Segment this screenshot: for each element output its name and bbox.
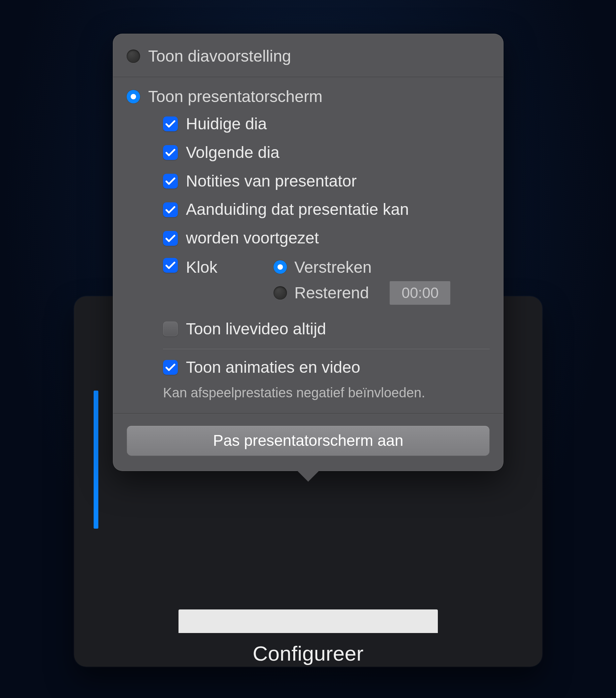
remaining-time-input[interactable]: 00:00 xyxy=(390,281,450,305)
checkbox-label: Aanduiding dat presentatie kan xyxy=(186,201,409,219)
configure-label: Configureer xyxy=(74,641,542,665)
checkbox-icon xyxy=(163,322,178,336)
checkbox-label: Huidige dia xyxy=(186,115,267,133)
checkbox-icon xyxy=(163,231,178,246)
checkbox-icon xyxy=(163,145,178,160)
radio-icon xyxy=(273,260,287,274)
radio-show-slideshow[interactable]: Toon diavoorstelling xyxy=(127,47,490,65)
radio-label: Resterend xyxy=(295,283,369,302)
checkbox-icon xyxy=(163,360,178,375)
checkbox-live-video[interactable]: Toon livevideo altijd xyxy=(163,320,490,338)
checkbox-label: Klok xyxy=(186,258,243,277)
display-config-popover: Toon diavoorstelling Toon presentatorsch… xyxy=(113,34,504,471)
selection-strip xyxy=(94,391,98,529)
checkbox-current-slide[interactable]: Huidige dia xyxy=(163,115,490,133)
checkbox-label: Notities van presentator xyxy=(186,172,357,190)
checkbox-next-slide[interactable]: Volgende dia xyxy=(163,144,490,162)
customize-presenter-display-button[interactable]: Pas presentatorscherm aan xyxy=(127,425,490,456)
animations-hint: Kan afspeelprestaties negatief beïnvloed… xyxy=(163,385,490,400)
radio-show-presenter-display[interactable]: Toon presentatorscherm xyxy=(127,87,490,106)
checkbox-clock[interactable] xyxy=(163,258,178,273)
radio-label: Toon diavoorstelling xyxy=(148,47,291,65)
checkbox-show-animations[interactable]: Toon animaties en video xyxy=(163,359,490,376)
checkbox-icon xyxy=(163,174,178,189)
checkbox-label: worden voortgezet xyxy=(186,229,319,247)
radio-label: Verstreken xyxy=(295,258,371,277)
radio-clock-elapsed[interactable]: Verstreken xyxy=(273,258,490,277)
checkbox-ready-to-advance-line1[interactable]: Aanduiding dat presentatie kan xyxy=(163,201,490,219)
radio-icon xyxy=(127,50,140,63)
radio-clock-remaining[interactable]: Resterend 00:00 xyxy=(273,281,490,305)
checkbox-label: Toon livevideo altijd xyxy=(186,320,326,338)
radio-icon xyxy=(273,286,287,300)
checkbox-presenter-notes[interactable]: Notities van presentator xyxy=(163,172,490,190)
radio-icon xyxy=(127,90,140,103)
radio-label: Toon presentatorscherm xyxy=(148,87,323,106)
preview-slot xyxy=(178,610,438,633)
checkbox-icon xyxy=(163,116,178,131)
checkbox-label: Toon animaties en video xyxy=(186,359,360,376)
checkbox-ready-to-advance-line2[interactable]: worden voortgezet xyxy=(163,229,490,247)
checkbox-icon xyxy=(163,203,178,217)
checkbox-label: Volgende dia xyxy=(186,144,279,162)
